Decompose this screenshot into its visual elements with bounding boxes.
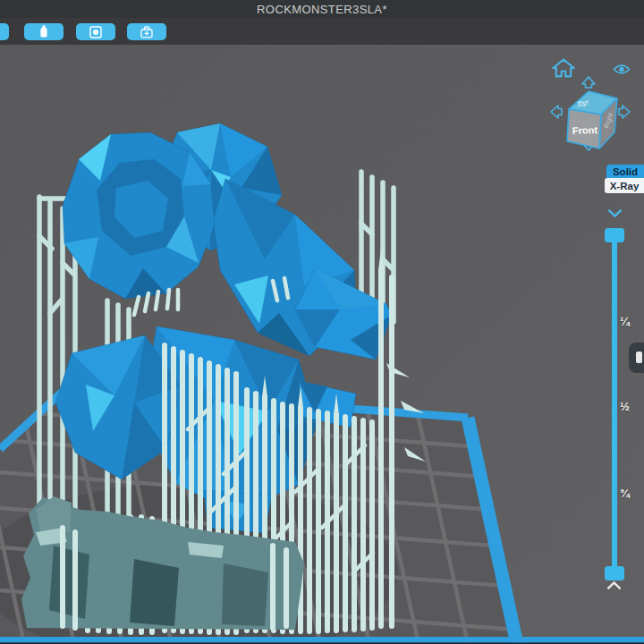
slider-mark-three-quarter: ¾ xyxy=(620,487,630,500)
toolbox-plus-icon xyxy=(140,26,153,38)
slider-mark-quarter: ¼ xyxy=(620,315,630,328)
scene-render xyxy=(0,45,644,644)
partial-edge-glyph xyxy=(636,352,642,363)
mode-solid-button[interactable]: Solid xyxy=(606,165,644,178)
collapse-panel-button[interactable] xyxy=(607,208,623,221)
view-cube-icon: Front Top Right xyxy=(564,88,619,152)
arrow-right-icon xyxy=(617,101,633,123)
resin-tank-button[interactable] xyxy=(76,23,115,40)
home-icon xyxy=(551,57,576,79)
resin-cartridge-button[interactable] xyxy=(24,23,64,40)
home-view-button[interactable] xyxy=(551,57,576,81)
platform-front-edge xyxy=(0,637,644,643)
resin-tank-icon xyxy=(89,26,102,38)
main-toolbar xyxy=(0,18,644,45)
title-bar: ROCKMONSTER3SLA* xyxy=(0,0,644,18)
rotate-right-button[interactable] xyxy=(617,101,633,125)
rotate-left-button[interactable] xyxy=(547,101,564,125)
toolbox-button[interactable] xyxy=(127,23,166,40)
partial-edge-button[interactable] xyxy=(629,343,644,373)
toolbar-button-partial[interactable] xyxy=(0,23,9,40)
slider-mark-half: ½ xyxy=(620,400,630,413)
slicer-app: ROCKMONSTER3SLA* xyxy=(0,0,644,644)
cube-front-label: Front xyxy=(572,124,598,136)
visibility-button[interactable] xyxy=(613,63,631,79)
chevron-down-icon xyxy=(607,208,623,218)
mode-xray-button[interactable]: X-Ray xyxy=(605,178,644,193)
arrow-left-icon xyxy=(547,101,564,123)
eye-icon xyxy=(613,63,631,76)
view-cube[interactable]: Front Top Right xyxy=(564,88,619,152)
resin-cartridge-icon xyxy=(38,25,49,38)
chevron-up-icon xyxy=(606,580,622,590)
layer-slider-knob-top[interactable] xyxy=(605,228,624,242)
3d-viewport[interactable]: Front Top Right Solid X-Ray ¼ ½ ¾ xyxy=(0,45,644,644)
layer-slider-track[interactable] xyxy=(612,231,617,580)
layer-slider-knob-bottom[interactable] xyxy=(605,566,624,580)
expand-panel-button[interactable] xyxy=(606,580,622,593)
window-title: ROCKMONSTER3SLA* xyxy=(257,3,387,16)
